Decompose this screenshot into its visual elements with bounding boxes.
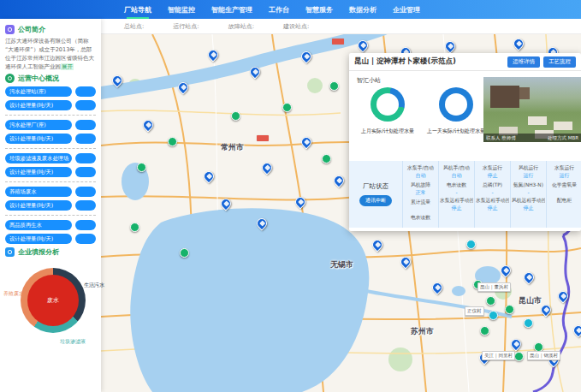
status-cell: 水泵运行运行 — [548, 164, 581, 180]
stat-capacity-pill[interactable]: 设计处理量(吨/天) — [5, 134, 72, 144]
status-col-0: 水泵手/自动自动风机故障正常累计流量电表读数 — [402, 161, 438, 228]
map-green-marker[interactable] — [486, 296, 495, 306]
status-value[interactable]: - — [476, 189, 509, 195]
map-green-marker[interactable] — [168, 137, 177, 146]
nav-item-2[interactable]: 智能生产管理 — [211, 5, 252, 15]
status-value[interactable]: 自动 — [404, 172, 437, 180]
stat-row: 养殖场废水 — [5, 187, 96, 197]
stat-value-pill[interactable] — [75, 200, 96, 211]
status-key: 氨氮(NH3-N) — [512, 181, 545, 189]
status-value[interactable]: 正常 — [404, 189, 437, 197]
status-cell: 水泵手/自动自动 — [404, 164, 437, 180]
stat-name-pill[interactable]: 高品质再生水 — [5, 220, 72, 230]
process-flow-button[interactable]: 工艺流程 — [543, 56, 576, 68]
nav-item-5[interactable]: 数据分析 — [349, 5, 376, 15]
map-green-marker[interactable] — [180, 248, 189, 258]
map-red-marker[interactable] — [332, 39, 344, 45]
map-cyan-marker[interactable] — [466, 240, 476, 249]
map-green-marker[interactable] — [514, 352, 524, 361]
stat-value-pill[interactable] — [75, 220, 96, 230]
filter-item-0[interactable]: 总站点: — [124, 22, 144, 31]
stat-row: 污水处理厂(座) — [5, 120, 96, 130]
stat-capacity-pill[interactable]: 设计处理量(吨/天) — [5, 100, 72, 110]
status-value[interactable] — [548, 205, 581, 211]
stat-name-pill[interactable]: 污水处理厂(座) — [5, 120, 72, 130]
status-value[interactable] — [548, 189, 581, 195]
overview-header: 运营中心概况 — [5, 74, 96, 83]
map-green-marker[interactable] — [130, 223, 139, 232]
map-cyan-marker[interactable] — [489, 311, 498, 320]
stat-capacity-pill[interactable]: 设计处理量(吨/天) — [5, 167, 72, 177]
map-canvas[interactable]: 昆山｜董浜村正仪村吴江｜同里村昆山｜锦溪村 常州市无锡市苏州市昆山市 昆山 | … — [101, 34, 581, 392]
map-cyan-marker[interactable] — [524, 318, 533, 328]
map-green-marker[interactable] — [231, 111, 240, 121]
popup-donut-ring — [371, 87, 405, 122]
popup-donut-block: 上一天实际/计划处理水量 — [426, 87, 486, 135]
top-nav-bar: 厂站导航智能监控智能生产管理工作台智慧服务数据分析企业管理 — [0, 0, 581, 19]
stat-row: 污水处理站(座) — [5, 86, 96, 97]
status-cell: 电表读数 — [404, 214, 437, 228]
station-label-chip[interactable]: 吴江｜同里村 — [482, 351, 515, 360]
filter-item-3[interactable]: 建设站点: — [283, 22, 309, 31]
ops-detail-button[interactable]: 运维详情 — [507, 56, 540, 68]
map-red-marker[interactable] — [257, 135, 269, 141]
status-value[interactable]: - — [440, 189, 473, 195]
station-label-chip[interactable]: 昆山｜董浜村 — [477, 282, 511, 292]
donut-label-leachate: 垃圾渗滤液 — [60, 338, 86, 346]
stat-value-pill[interactable] — [75, 86, 96, 97]
analysis-icon — [5, 247, 15, 257]
status-value[interactable]: 运行 — [512, 172, 545, 180]
status-cell: 累计流量 — [404, 199, 437, 212]
status-value[interactable]: 停止 — [476, 205, 509, 212]
status-value[interactable]: - — [512, 189, 545, 195]
filter-item-2[interactable]: 故障站点: — [228, 22, 254, 31]
map-green-marker[interactable] — [322, 154, 331, 163]
filter-item-1[interactable]: 运行站点: — [173, 22, 199, 31]
status-value[interactable]: 停止 — [476, 172, 509, 180]
nav-item-3[interactable]: 工作台 — [269, 5, 289, 15]
status-value[interactable]: 停止 — [512, 205, 545, 212]
nav-item-0[interactable]: 厂站导航 — [124, 5, 151, 15]
nav-item-6[interactable]: 企业管理 — [393, 5, 420, 15]
stat-row: 设计处理量(吨/天) — [5, 234, 96, 244]
stat-row: 高品质再生水 — [5, 220, 96, 230]
stat-value-pill[interactable] — [75, 100, 96, 110]
city-label: 常州市 — [221, 142, 244, 153]
city-label: 无锡市 — [330, 259, 353, 270]
stat-value-pill[interactable] — [75, 153, 96, 163]
station-label-chip[interactable]: 昆山｜锦溪村 — [527, 351, 560, 360]
stat-value-pill[interactable] — [75, 167, 96, 177]
map-green-marker[interactable] — [329, 81, 339, 91]
map-green-marker[interactable] — [282, 103, 292, 112]
status-value[interactable]: 自动 — [440, 172, 473, 180]
status-cell: 风机远程手动控制停止 — [512, 197, 545, 212]
status-value[interactable]: 运行 — [548, 172, 581, 180]
station-label-chip[interactable]: 正仪村 — [465, 306, 484, 316]
status-key: 水泵远程手动控制 — [476, 197, 509, 205]
status-value[interactable]: 停止 — [440, 205, 473, 212]
status-key: 水泵远程手动控制 — [440, 197, 473, 205]
map-green-marker[interactable] — [137, 163, 146, 172]
status-cell: 电表读数- — [440, 181, 473, 195]
stat-value-pill[interactable] — [75, 234, 96, 244]
stat-capacity-pill[interactable]: 设计处理量(吨/天) — [5, 200, 72, 211]
stat-capacity-pill[interactable]: 设计处理量(吨/天) — [5, 234, 72, 244]
expand-link[interactable]: 展开 — [61, 63, 74, 70]
status-key: 化学需氧量 — [548, 181, 581, 189]
comm-status-badge[interactable]: 通讯中断 — [359, 195, 392, 206]
status-value[interactable] — [404, 222, 437, 228]
stat-name-pill[interactable]: 垃圾渗滤液及废水处理场 — [5, 153, 72, 163]
nav-item-1[interactable]: 智能监控 — [168, 5, 195, 15]
status-key: 风机运行 — [512, 164, 545, 172]
map-green-marker[interactable] — [480, 326, 489, 336]
stat-value-pill[interactable] — [75, 187, 96, 197]
stat-value-pill[interactable] — [75, 120, 96, 130]
status-value[interactable] — [404, 206, 437, 212]
map-green-marker[interactable] — [505, 305, 514, 314]
stat-row: 设计处理量(吨/天) — [5, 200, 96, 211]
nav-item-4[interactable]: 智慧服务 — [305, 5, 333, 15]
stat-value-pill[interactable] — [75, 134, 96, 144]
stat-name-pill[interactable]: 养殖场废水 — [5, 187, 72, 197]
stat-name-pill[interactable]: 污水处理站(座) — [5, 86, 72, 97]
company-icon — [5, 25, 15, 34]
